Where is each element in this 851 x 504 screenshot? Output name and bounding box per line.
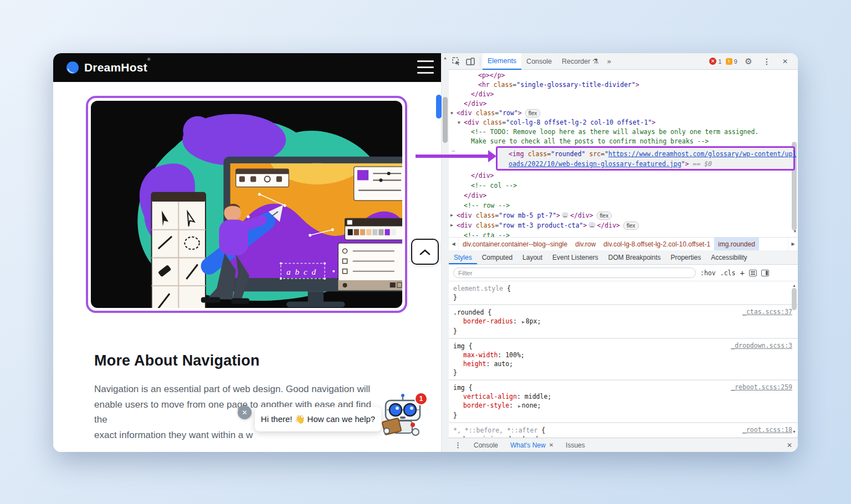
more-tabs-icon[interactable]: »	[604, 57, 614, 65]
warning-icon: !	[726, 58, 732, 65]
chat-message-bubble[interactable]: Hi there! 👋 How can we help?	[255, 407, 381, 431]
scrollbar-thumb[interactable]	[443, 97, 448, 143]
devtools-drawer: ⋮ConsoleWhat's New✕Issues✕	[449, 438, 798, 452]
devtools-tab-elements[interactable]: Elements	[483, 53, 521, 70]
dom-tree-line[interactable]: </div>	[449, 191, 798, 200]
chat-close-button[interactable]: ✕	[238, 405, 252, 419]
expand-arrow-open[interactable]: ▼	[450, 109, 453, 118]
dom-tree-line[interactable]: </div>	[449, 90, 798, 99]
styles-tab-layout[interactable]: Layout	[517, 250, 547, 264]
expand-arrow-open[interactable]: ▼	[458, 118, 460, 127]
css-property[interactable]: vertical-align: middle;	[453, 392, 793, 401]
dom-tree-line[interactable]: ▶<div class="row mb-5 pt-7">…</div>flex	[449, 210, 798, 220]
styles-filter-row: :hov .cls +	[449, 265, 798, 281]
dom-tree-line[interactable]: <p></p>	[449, 71, 798, 80]
breadcrumb-item[interactable]: img.rounded	[714, 238, 759, 250]
scrollbar-up-arrow[interactable]: ▲	[443, 56, 447, 60]
new-style-rule-icon[interactable]: +	[740, 269, 744, 277]
styles-filter-input[interactable]	[453, 268, 696, 278]
dom-tree-line[interactable]: <!-- TODO: Remove loop here as there wil…	[449, 127, 798, 137]
styles-tab-accessibility[interactable]: Accessibility	[706, 250, 752, 264]
dom-tree-line[interactable]: Make sure to check all the posts to conf…	[449, 137, 798, 146]
devtools-tab-console[interactable]: Console	[521, 53, 557, 70]
scroll-to-top-button[interactable]	[411, 239, 439, 265]
dom-tree-line[interactable]: ▼<div class="row">flex	[449, 109, 798, 118]
device-toolbar-icon[interactable]	[463, 54, 478, 69]
expand-value-arrow[interactable]: ▶	[522, 320, 525, 325]
dom-tree-line[interactable]: ▼<div class="col-lg-8 offset-lg-2 col-10…	[449, 118, 798, 127]
expand-value-arrow[interactable]: ▶	[518, 404, 521, 409]
css-rule[interactable]: element.style {}	[449, 281, 798, 305]
dom-tree-line[interactable]: <!-- row -->	[449, 200, 798, 210]
flex-badge[interactable]: flex	[597, 212, 612, 220]
drawer-tab-close-icon[interactable]: ✕	[549, 442, 553, 448]
dom-tree-line[interactable]: <!-- cta -->	[449, 230, 798, 237]
error-badge[interactable]: ✕1	[709, 58, 721, 65]
flask-icon: ⚗	[592, 57, 598, 65]
highlighted-img-element[interactable]: <img class="rounded" src="https://www.dr…	[496, 146, 795, 171]
warning-badge[interactable]: !9	[726, 58, 737, 65]
css-selector: img	[453, 384, 465, 392]
featured-image: a b c d	[91, 101, 402, 308]
css-property[interactable]: border-radius: ▶8px;	[453, 317, 793, 327]
page-scrollbar[interactable]: ▲	[441, 53, 449, 452]
stylesheet-source-link[interactable]: _dropdown.scss:3	[731, 342, 792, 349]
flex-badge[interactable]: flex	[525, 109, 541, 117]
devtools-menu-icon[interactable]: ⋮	[760, 54, 774, 69]
styles-tab-properties[interactable]: Properties	[666, 250, 706, 264]
flex-badge[interactable]: flex	[623, 222, 639, 230]
inspect-element-icon[interactable]	[449, 54, 463, 69]
css-rule[interactable]: *, *::before, *::after {_root.scss:18box…	[449, 423, 798, 438]
breadcrumb-item[interactable]: div.row	[571, 238, 599, 250]
styles-tab-event-listeners[interactable]: Event Listeners	[547, 250, 603, 264]
styles-tab-styles[interactable]: Styles	[449, 250, 477, 264]
styles-scroll-up-arrow[interactable]: ▲	[792, 284, 796, 287]
settings-gear-icon[interactable]: ⚙	[741, 54, 756, 69]
node-options-dots[interactable]: ⋯	[452, 147, 456, 155]
toggle-classes[interactable]: .cls	[720, 269, 736, 277]
toggle-sidebar-icon[interactable]	[761, 270, 769, 276]
styles-scrollbar-thumb[interactable]	[792, 288, 797, 310]
stylesheet-source-link[interactable]: _ctas.scss:37	[742, 308, 792, 316]
css-rule[interactable]: img {_dropdown.scss:3max-width: 100%;hei…	[449, 339, 798, 380]
breadcrumb-left-arrow[interactable]: ◀	[449, 238, 459, 250]
dom-tree-line[interactable]: </div>	[449, 99, 798, 109]
css-selector: .rounded	[453, 308, 484, 316]
chat-notification-badge: 1	[414, 392, 428, 405]
css-property[interactable]: border-style: ▶none;	[453, 401, 793, 411]
breadcrumb-right-arrow[interactable]: ▶	[788, 238, 798, 250]
computed-styles-icon[interactable]	[749, 270, 757, 276]
drawer-tab-issues[interactable]: Issues	[560, 438, 591, 452]
dom-tree-line[interactable]: <!-- col -->	[449, 181, 798, 191]
stylesheet-source-link[interactable]: _reboot.scss:259	[731, 383, 792, 391]
article: More About Navigation Navigation is an e…	[94, 352, 382, 452]
collapsed-content-button[interactable]: …	[562, 212, 568, 218]
drawer-tab-console[interactable]: Console	[468, 438, 504, 452]
dom-tree-line[interactable]: </div>	[449, 171, 798, 181]
styles-tab-computed[interactable]: Computed	[477, 250, 517, 264]
devtools-close-icon[interactable]: ✕	[778, 54, 792, 69]
breadcrumb-item[interactable]: div.col-lg-8.offset-lg-2.col-10.offset-1	[599, 238, 714, 250]
styles-tab-dom-breakpoints[interactable]: DOM Breakpoints	[603, 250, 666, 264]
dom-tree-line[interactable]: <hr class="single-glossary-title-divider…	[449, 80, 798, 90]
collapsed-content-button[interactable]: …	[588, 222, 595, 228]
styles-scroll-down-arrow[interactable]: ▼	[792, 430, 796, 434]
hamburger-menu-icon[interactable]	[417, 60, 434, 74]
devtools-tab-recorder[interactable]: Recorder ⚗	[557, 53, 604, 70]
breadcrumb-item[interactable]: div.container.container--blog--single	[459, 238, 571, 250]
css-selector: img	[453, 342, 465, 350]
drawer-menu-icon[interactable]: ⋮	[454, 441, 462, 449]
css-rule[interactable]: img {_reboot.scss:259vertical-align: mid…	[449, 380, 798, 423]
toolbar-divider	[480, 56, 480, 66]
toggle-hover-state[interactable]: :hov	[700, 269, 716, 277]
expand-arrow-closed[interactable]: ▶	[450, 220, 453, 230]
dreamhost-logo[interactable]: DreamHost®	[65, 60, 151, 75]
drawer-close-icon[interactable]: ✕	[787, 441, 792, 449]
css-property[interactable]: height: auto;	[453, 359, 793, 368]
drawer-tab-what-s-new[interactable]: What's New✕	[505, 438, 559, 452]
css-rule[interactable]: .rounded {_ctas.scss:37border-radius: ▶8…	[449, 305, 798, 339]
expand-arrow-closed[interactable]: ▶	[450, 210, 453, 220]
stylesheet-source-link[interactable]: _root.scss:18	[742, 426, 792, 434]
dom-tree-line[interactable]: ▶<div class="row mt-3 product-cta">…</di…	[449, 220, 798, 230]
css-property[interactable]: max-width: 100%;	[453, 351, 793, 359]
